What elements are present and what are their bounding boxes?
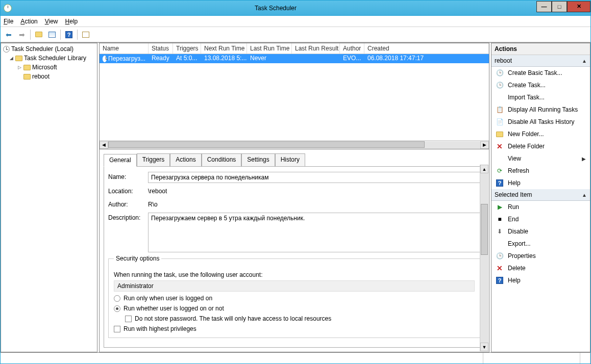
tree-reboot-label: reboot xyxy=(32,73,50,80)
col-lastresult[interactable]: Last Run Result xyxy=(292,43,340,54)
action-refresh[interactable]: ⟳Refresh xyxy=(491,165,590,177)
action-view[interactable]: View▶ xyxy=(491,152,590,165)
import-icon xyxy=(496,93,504,101)
action-properties[interactable]: 🕒Properties xyxy=(491,250,590,262)
col-name[interactable]: Name xyxy=(100,43,149,54)
folder-icon xyxy=(23,74,31,80)
action-disable[interactable]: ⬇Disable xyxy=(491,225,590,238)
action-label: Delete Folder xyxy=(508,143,545,150)
col-lastrun[interactable]: Last Run Time xyxy=(247,43,292,54)
action-display-running[interactable]: 📋Display All Running Tasks xyxy=(491,103,590,116)
security-text: When running the task, use the following… xyxy=(114,271,475,278)
action-export[interactable]: Export... xyxy=(491,238,590,250)
radio-whether[interactable]: Run whether user is logged on or not xyxy=(114,305,475,312)
actions-header-reboot[interactable]: reboot▲ xyxy=(491,55,590,67)
scroll-track[interactable] xyxy=(480,173,488,343)
col-nextrun[interactable]: Next Run Time xyxy=(201,43,247,54)
vscrollbar[interactable]: ▲ ▼ xyxy=(480,165,488,351)
expander-icon[interactable]: ◢ xyxy=(9,56,14,61)
cell-author: EVO... xyxy=(340,54,364,63)
refresh-icon: ⟳ xyxy=(496,167,504,175)
check-nopass-label: Do not store password. The task will onl… xyxy=(135,315,331,322)
menu-action[interactable]: Action xyxy=(20,18,37,25)
menubar: File Action View Help xyxy=(1,16,590,27)
tab-conditions[interactable]: Conditions xyxy=(202,153,242,166)
stop-icon: ■ xyxy=(496,215,504,223)
play-icon: ▶ xyxy=(496,203,504,211)
spacer xyxy=(17,74,22,79)
cell-name: Перезагруз... xyxy=(108,55,145,62)
action-create-basic[interactable]: 🕒Create Basic Task... xyxy=(491,67,590,79)
task-list-header: Name Status Triggers Next Run Time Last … xyxy=(100,43,489,54)
col-author[interactable]: Author xyxy=(340,43,364,54)
check-highest[interactable]: Run with highest privileges xyxy=(114,325,475,332)
radio-logged-on[interactable]: Run only when user is logged on xyxy=(114,295,475,302)
separator xyxy=(77,30,78,40)
maximize-button[interactable]: □ xyxy=(552,1,567,12)
tree-reboot[interactable]: reboot xyxy=(2,72,96,81)
scroll-up-button[interactable]: ▲ xyxy=(480,165,488,173)
forward-button[interactable]: ➡ xyxy=(16,29,28,41)
action-create[interactable]: 🕒Create Task... xyxy=(491,79,590,91)
tab-general[interactable]: General xyxy=(104,154,137,167)
expander-icon[interactable]: ▷ xyxy=(17,65,22,70)
help-icon: ? xyxy=(65,31,72,38)
tab-settings[interactable]: Settings xyxy=(241,153,275,166)
action-new-folder[interactable]: New Folder... xyxy=(491,128,590,140)
cell-status: Ready xyxy=(149,54,173,63)
calendar-icon xyxy=(82,32,89,38)
actions-header-selected[interactable]: Selected Item▲ xyxy=(491,189,590,201)
tree-pane: Task Scheduler (Local) ◢ Task Scheduler … xyxy=(1,43,97,352)
action-import[interactable]: Import Task... xyxy=(491,91,590,103)
action-help[interactable]: ?Help xyxy=(491,177,590,189)
tree-library[interactable]: ◢ Task Scheduler Library xyxy=(2,54,96,63)
tree-root[interactable]: Task Scheduler (Local) xyxy=(2,44,96,54)
tab-history[interactable]: History xyxy=(275,153,305,166)
close-button[interactable]: ✕ xyxy=(567,1,590,12)
scroll-right-button[interactable]: ▶ xyxy=(480,141,489,149)
toolbar-pane-button[interactable] xyxy=(46,29,58,41)
scroll-down-button[interactable]: ▼ xyxy=(480,343,488,351)
menu-view[interactable]: View xyxy=(45,18,58,25)
hscrollbar[interactable]: ◀ ▶ xyxy=(100,140,489,149)
properties-icon: 🕒 xyxy=(496,252,504,260)
action-end[interactable]: ■End xyxy=(491,213,590,225)
scroll-track[interactable] xyxy=(108,141,480,149)
folder-icon xyxy=(35,32,42,37)
action-run[interactable]: ▶Run xyxy=(491,201,590,213)
action-label: New Folder... xyxy=(508,131,544,138)
scroll-thumb[interactable] xyxy=(481,204,488,255)
action-disable-history[interactable]: 📄Disable All Tasks History xyxy=(491,116,590,128)
radio-icon xyxy=(114,295,120,302)
action-label: Create Basic Task... xyxy=(508,69,562,76)
minimize-button[interactable]: — xyxy=(536,1,552,12)
action-label: Delete xyxy=(508,265,526,272)
menu-file[interactable]: File xyxy=(4,18,13,25)
tab-actions[interactable]: Actions xyxy=(170,153,201,166)
toolbar-help-button[interactable]: ? xyxy=(63,29,75,41)
tree-microsoft[interactable]: ▷ Microsoft xyxy=(2,63,96,72)
back-button[interactable]: ⬅ xyxy=(3,29,15,41)
action-help2[interactable]: ?Help xyxy=(491,274,590,287)
task-row[interactable]: Перезагруз... Ready At 5:0... 13.08.2018… xyxy=(100,54,489,63)
scroll-thumb[interactable] xyxy=(108,141,425,148)
toolbar-calendar-button[interactable] xyxy=(80,29,92,41)
field-description[interactable]: Перезагружаем сервер в 5 утра каждый пон… xyxy=(148,213,480,252)
tab-triggers[interactable]: Triggers xyxy=(137,153,170,166)
action-label: Run xyxy=(508,203,519,211)
toolbar-folder-button[interactable] xyxy=(33,29,45,41)
action-label: Display All Running Tasks xyxy=(508,106,578,113)
actions-header-label: reboot xyxy=(495,57,512,64)
menu-help[interactable]: Help xyxy=(65,18,78,25)
check-nopass[interactable]: Do not store password. The task will onl… xyxy=(114,315,475,322)
folder-icon xyxy=(15,56,22,61)
actions-header-label: Selected Item xyxy=(495,191,532,198)
delete-icon: ✕ xyxy=(496,264,504,272)
col-triggers[interactable]: Triggers xyxy=(173,43,201,54)
action-delete[interactable]: ✕Delete xyxy=(491,262,590,274)
col-created[interactable]: Created xyxy=(364,43,489,54)
field-name[interactable]: Перезагрузка сервера по понедельникам xyxy=(148,172,480,183)
col-status[interactable]: Status xyxy=(149,43,173,54)
action-delete-folder[interactable]: ✕Delete Folder xyxy=(491,140,590,152)
scroll-left-button[interactable]: ◀ xyxy=(100,141,108,149)
